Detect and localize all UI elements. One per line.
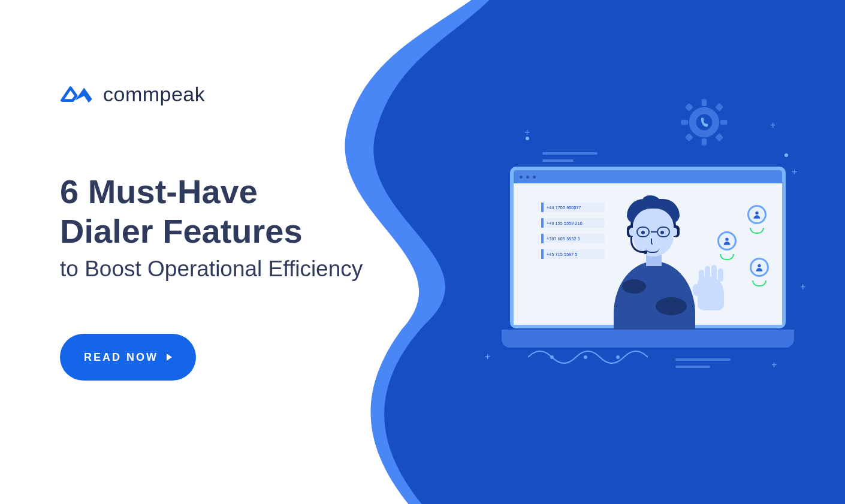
plus-icon: +	[771, 360, 777, 370]
deco-line	[542, 152, 597, 155]
contact-bubble	[750, 258, 769, 277]
brand-mark-icon	[60, 83, 95, 106]
brand-name: commpeak	[103, 83, 205, 106]
phone-number-item: +49 155 5559 210	[541, 218, 605, 228]
play-triangle-icon	[167, 354, 172, 361]
dial-arc-icon	[752, 280, 766, 286]
svg-point-14	[584, 355, 587, 359]
contact-bubble	[747, 205, 766, 224]
dot-icon	[526, 137, 529, 140]
brand-logo: commpeak	[60, 83, 396, 106]
phone-number-list: +44 7700 900077 +49 155 5559 210 +387 60…	[541, 203, 605, 259]
svg-rect-3	[681, 120, 688, 125]
svg-point-9	[696, 114, 713, 131]
phone-number-item: +45 715 5597 5	[541, 249, 605, 259]
svg-rect-2	[702, 138, 707, 146]
svg-rect-4	[720, 120, 728, 125]
svg-rect-8	[715, 133, 723, 141]
banner-canvas: commpeak 6 Must-Have Dialer Features to …	[0, 0, 845, 504]
svg-rect-6	[715, 103, 723, 111]
gear-icon	[679, 97, 729, 147]
user-icon	[722, 236, 732, 246]
laptop-screen: +44 7700 900077 +49 155 5559 210 +387 60…	[510, 167, 786, 328]
waving-hand-icon	[698, 277, 724, 310]
hero-illustration: + + + + + + +44 7700 900077 +49 155 5559…	[488, 102, 800, 414]
deco-line	[675, 366, 710, 368]
headline-bold: 6 Must-Have Dialer Features	[60, 172, 396, 251]
cta-label: READ NOW	[84, 351, 158, 364]
deco-line	[675, 358, 731, 361]
headline-sub: to Boost Operational Efficiency	[60, 255, 396, 283]
svg-rect-7	[685, 133, 693, 141]
laptop-illustration: +44 7700 900077 +49 155 5559 210 +387 60…	[510, 167, 786, 348]
phone-number-item: +387 605 5532 3	[541, 234, 605, 243]
svg-point-11	[755, 212, 758, 215]
svg-rect-5	[685, 103, 693, 111]
svg-point-12	[758, 264, 760, 267]
window-body: +44 7700 900077 +49 155 5559 210 +387 60…	[514, 183, 782, 325]
audio-wave-icon	[528, 345, 648, 369]
user-icon	[752, 210, 762, 219]
svg-point-13	[550, 355, 554, 359]
dial-arc-icon	[750, 228, 764, 234]
read-now-button[interactable]: READ NOW	[60, 334, 196, 381]
plus-icon: +	[485, 351, 490, 362]
agent-avatar	[606, 194, 702, 326]
user-icon	[755, 262, 764, 272]
window-title-bar	[514, 170, 782, 183]
svg-rect-1	[702, 99, 707, 106]
plus-icon: +	[800, 282, 805, 292]
phone-number-item: +44 7700 900077	[541, 203, 605, 212]
plus-icon: +	[770, 120, 775, 131]
plus-icon: +	[792, 167, 797, 177]
svg-point-15	[616, 355, 620, 359]
dial-arc-icon	[720, 254, 734, 260]
dot-icon	[784, 153, 788, 157]
svg-point-10	[725, 238, 728, 241]
deco-line	[542, 159, 574, 162]
contact-bubble	[717, 231, 737, 251]
